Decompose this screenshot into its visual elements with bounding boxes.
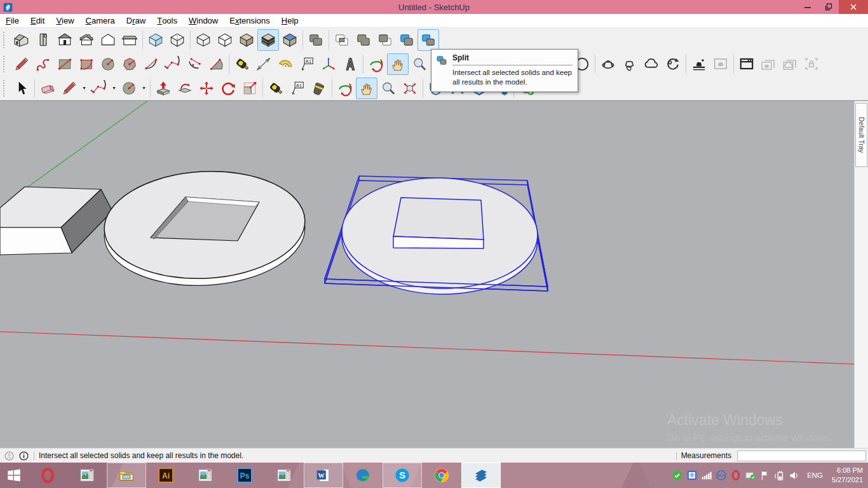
tool-text-button[interactable]: A1: [287, 78, 308, 99]
taskbar-app-window-button[interactable]: [67, 463, 107, 488]
tool-pan-button[interactable]: [387, 53, 409, 75]
tray-opera-mini-icon[interactable]: [730, 470, 742, 481]
tool-arc-button[interactable]: [140, 53, 162, 75]
frames-cloud-button[interactable]: [779, 53, 801, 75]
tool-tape-button[interactable]: [231, 53, 253, 75]
toolbar-gripper[interactable]: [3, 56, 11, 72]
tool-circle-button[interactable]: [118, 78, 140, 99]
style-xray-button[interactable]: [145, 29, 166, 51]
solid-outer-shell-button[interactable]: [305, 29, 327, 51]
menu-view[interactable]: View: [50, 14, 79, 27]
info-icon[interactable]: [18, 451, 29, 461]
menu-file[interactable]: File: [0, 14, 25, 27]
tool-3pt-arc-button[interactable]: [184, 53, 205, 75]
default-tray-tab[interactable]: Default Tray: [855, 103, 867, 167]
warehouse-cloud-button[interactable]: [641, 53, 662, 75]
tool-tape-button[interactable]: [265, 78, 287, 99]
tool-3d-text-button[interactable]: [339, 53, 361, 75]
tool-2pt-arc-dropdown[interactable]: ▾: [110, 78, 118, 99]
tool-rotated-rectangle-button[interactable]: [76, 53, 97, 75]
tray-check-green-icon[interactable]: [672, 470, 683, 481]
style-shaded-button[interactable]: [236, 29, 257, 51]
tool-rotate-button[interactable]: [217, 78, 239, 99]
toolbar-gripper[interactable]: [3, 80, 11, 97]
measurements-input[interactable]: [737, 451, 866, 461]
tool-polygon-button[interactable]: [119, 53, 140, 75]
solid-intersect-button[interactable]: [331, 29, 353, 51]
tool-followme-button[interactable]: [174, 78, 196, 99]
taskbar-chrome-button[interactable]: [422, 463, 461, 488]
tool-axes-button[interactable]: [318, 53, 339, 75]
minimize-button[interactable]: [797, 0, 818, 14]
menu-draw[interactable]: Draw: [121, 14, 151, 27]
tool-circle-button[interactable]: [97, 53, 119, 75]
tool-circle-dropdown[interactable]: ▾: [140, 78, 148, 99]
tray-battery-icon[interactable]: [774, 470, 785, 481]
taskbar-photoshop-button[interactable]: Ps: [225, 463, 264, 488]
tool-select-button[interactable]: [11, 78, 32, 99]
taskbar-start-button[interactable]: [0, 463, 28, 488]
toolbar-gripper[interactable]: [3, 32, 11, 48]
taskbar-skype-button[interactable]: S: [383, 463, 422, 488]
close-button[interactable]: [839, 0, 868, 14]
tray-flag-icon[interactable]: [759, 470, 771, 481]
solid-union-button[interactable]: [353, 29, 374, 51]
tray-signal-icon[interactable]: [701, 470, 712, 481]
geolocation-icon[interactable]: [4, 451, 15, 461]
menu-edit[interactable]: Edit: [25, 14, 50, 27]
tool-paint-button[interactable]: [308, 78, 330, 99]
taskbar-sketchup-button[interactable]: [461, 463, 501, 488]
tool-eraser-button[interactable]: [37, 78, 58, 99]
solid-split-button[interactable]: [417, 29, 439, 51]
view-front-button[interactable]: [54, 29, 76, 51]
warehouse-get-models-button[interactable]: [597, 53, 619, 75]
taskbar-opera-button[interactable]: [28, 463, 67, 488]
tool-line-button[interactable]: [58, 78, 80, 99]
tool-protractor-button[interactable]: [275, 53, 296, 75]
style-monochrome-button[interactable]: [279, 29, 301, 51]
taskbar-app-window-button[interactable]: [264, 463, 304, 488]
frames-model-button[interactable]: [757, 53, 779, 75]
language-indicator[interactable]: ENG: [807, 471, 823, 479]
tray-ime-icon[interactable]: [686, 470, 698, 481]
menu-extensions[interactable]: Extensions: [224, 14, 276, 27]
layout-send-button[interactable]: [688, 53, 710, 75]
tool-zoom-extents-button[interactable]: [399, 78, 421, 99]
tool-2pt-arc-button[interactable]: [88, 78, 110, 99]
warehouse-share-model-button[interactable]: [619, 53, 641, 75]
tool-line-dropdown[interactable]: ▾: [80, 78, 88, 99]
tool-pie-button[interactable]: [205, 53, 227, 75]
tool-scale-button[interactable]: [239, 78, 261, 99]
menu-help[interactable]: Help: [276, 14, 304, 27]
tool-zoom-button[interactable]: [377, 78, 399, 99]
taskbar-word-button[interactable]: W: [304, 463, 343, 488]
solid-subtract-button[interactable]: [374, 29, 396, 51]
style-hidden-line-button[interactable]: [214, 29, 236, 51]
tool-orbit-button[interactable]: [365, 53, 387, 75]
style-back-edges-button[interactable]: [166, 29, 188, 51]
menu-window[interactable]: Window: [183, 14, 224, 27]
style-wireframe-button[interactable]: [193, 29, 214, 51]
drawing-canvas[interactable]: [0, 101, 854, 448]
view-top-button[interactable]: [32, 29, 54, 51]
style-textured-button[interactable]: [257, 29, 279, 51]
warehouse-sync-button[interactable]: [662, 53, 684, 75]
tool-freehand-button[interactable]: [32, 53, 54, 75]
view-left-button[interactable]: [119, 29, 140, 51]
tool-orbit-button[interactable]: [334, 78, 356, 99]
tool-text-button[interactable]: A1: [296, 53, 318, 75]
solid-trim-button[interactable]: [396, 29, 417, 51]
menu-camera[interactable]: Camera: [80, 14, 121, 27]
taskbar-explorer-button[interactable]: [107, 463, 146, 488]
tool-zoom-button[interactable]: [409, 53, 430, 75]
tool-dimension-button[interactable]: [253, 53, 275, 75]
view-right-button[interactable]: [76, 29, 97, 51]
view-back-button[interactable]: [97, 29, 119, 51]
restore-button[interactable]: [818, 0, 839, 14]
taskbar-edge-button[interactable]: [343, 463, 383, 488]
taskbar-app-window-button[interactable]: [186, 463, 225, 488]
tool-move-button[interactable]: [196, 78, 217, 99]
menu-tools[interactable]: Tools: [151, 14, 183, 27]
tool-2pt-arc-button[interactable]: [162, 53, 184, 75]
view-iso-button[interactable]: [11, 29, 32, 51]
